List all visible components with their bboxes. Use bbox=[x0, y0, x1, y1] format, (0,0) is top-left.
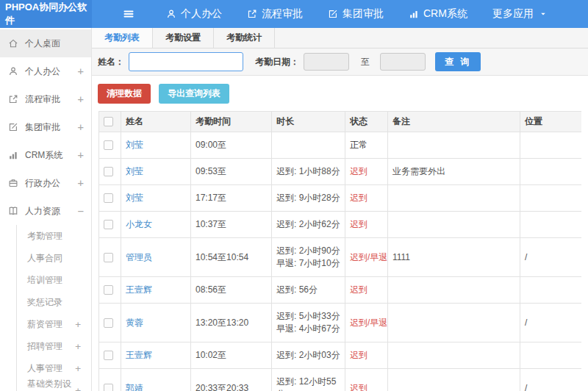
sidebar-item-label: 流程审批 bbox=[25, 93, 60, 106]
search-button[interactable]: 查 询 bbox=[435, 52, 481, 71]
topnav-item-group-approval[interactable]: 集团审批 bbox=[315, 0, 396, 28]
sidebar-subitem-personnel-contract[interactable]: 人事合同 bbox=[17, 247, 91, 269]
attendance-time-cell: 10:02至 bbox=[191, 342, 272, 369]
row-checkbox[interactable] bbox=[104, 253, 113, 262]
duration-cell: 迟到: 5小时33分早退: 4小时67分 bbox=[272, 304, 345, 342]
menu-toggle-button[interactable] bbox=[123, 8, 135, 20]
expand-plus-icon[interactable]: + bbox=[78, 65, 84, 77]
select-all-checkbox[interactable] bbox=[104, 117, 113, 126]
location-cell bbox=[520, 159, 582, 185]
location-cell bbox=[520, 277, 582, 304]
sidebar-subitem-label: 基础类别设置 bbox=[27, 378, 75, 391]
app-window: PHPOA协同办公软件 个人办公流程审批集团审批CRM系统更多应用 个人桌面个人… bbox=[0, 0, 588, 391]
table-row: 小龙女10:37至迟到: 2小时62分迟到 bbox=[99, 212, 582, 238]
employee-name-link[interactable]: 小龙女 bbox=[126, 219, 152, 229]
sidebar-subitem-salary-management[interactable]: 薪资管理+ bbox=[17, 313, 91, 335]
duration-line: 迟到: 2小时62分 bbox=[276, 218, 340, 231]
topnav-item-crm[interactable]: CRM系统 bbox=[396, 0, 480, 28]
row-checkbox[interactable] bbox=[104, 167, 113, 176]
topnav-item-label: 集团审批 bbox=[343, 7, 384, 21]
column-header: 位置 bbox=[520, 112, 582, 132]
tab-label: 考勤设置 bbox=[165, 32, 201, 44]
expand-plus-icon[interactable]: + bbox=[78, 121, 84, 133]
employee-name-link[interactable]: 刘莹 bbox=[126, 140, 143, 150]
topnav-item-personal-office[interactable]: 个人办公 bbox=[154, 0, 234, 28]
column-header: 状态 bbox=[345, 112, 388, 132]
sidebar-subitem-attendance-management[interactable]: 考勤管理 bbox=[17, 225, 91, 247]
sidebar-subitem-label: 考勤管理 bbox=[27, 230, 62, 243]
location-cell: / bbox=[520, 238, 582, 277]
sidebar-subitem-basic-category-settings[interactable]: 基础类别设置+ bbox=[17, 379, 91, 391]
employee-name-link[interactable]: 王壹辉 bbox=[126, 350, 152, 360]
sidebar-item-crm[interactable]: CRM系统+ bbox=[0, 141, 91, 169]
action-bar: 清理数据 导出查询列表 bbox=[92, 76, 588, 111]
sidebar-subitem-reward-punishment[interactable]: 奖惩记录 bbox=[17, 291, 91, 313]
employee-name-link[interactable]: 郭靖 bbox=[126, 383, 143, 391]
expand-plus-icon[interactable]: + bbox=[78, 177, 84, 189]
sidebar-subitem-recruitment-management[interactable]: 招聘管理+ bbox=[17, 335, 91, 357]
sidebar-item-personal-office[interactable]: 个人办公+ bbox=[0, 57, 91, 85]
duration-line: 迟到: 2小时90分 bbox=[276, 245, 340, 257]
duration-cell: 迟到: 56分 bbox=[272, 277, 345, 304]
sidebar-item-hr[interactable]: 人力资源− bbox=[0, 197, 91, 225]
sidebar-item-group-approval[interactable]: 集团审批+ bbox=[0, 113, 91, 141]
app-logo: PHPOA协同办公软件 bbox=[0, 0, 92, 28]
export-list-button[interactable]: 导出查询列表 bbox=[159, 84, 229, 104]
sidebar-subitem-label: 奖惩记录 bbox=[27, 296, 62, 309]
table-row: 王壹辉10:02至迟到: 2小时03分迟到 bbox=[99, 342, 582, 369]
topnav-item-label: 个人办公 bbox=[181, 7, 222, 21]
location-cell: / bbox=[520, 304, 582, 342]
row-checkbox[interactable] bbox=[104, 140, 113, 150]
row-checkbox[interactable] bbox=[104, 193, 113, 203]
sidebar-subitem-label: 人事合同 bbox=[27, 252, 62, 265]
employee-name-link[interactable]: 管理员 bbox=[126, 252, 152, 262]
sidebar-submenu-hr: 考勤管理人事合同培训管理奖惩记录薪资管理+招聘管理+人事管理+基础类别设置+ bbox=[16, 225, 91, 391]
date-from-input[interactable] bbox=[304, 53, 349, 71]
date-to-input[interactable] bbox=[380, 53, 426, 71]
sidebar-item-admin-office[interactable]: 行政办公+ bbox=[0, 169, 91, 197]
column-header: 时长 bbox=[272, 112, 345, 132]
status-badge: 迟到 bbox=[350, 193, 368, 203]
sidebar-item-label: 个人桌面 bbox=[25, 37, 60, 50]
employee-name-link[interactable]: 刘莹 bbox=[126, 193, 143, 203]
edit-icon bbox=[328, 9, 338, 19]
note-cell bbox=[388, 304, 520, 342]
collapse-minus-icon[interactable]: − bbox=[78, 205, 84, 217]
employee-name-link[interactable]: 黄蓉 bbox=[126, 318, 143, 328]
row-checkbox[interactable] bbox=[104, 384, 113, 391]
tab-attendance-list[interactable]: 考勤列表 bbox=[92, 28, 153, 48]
name-filter-input[interactable] bbox=[129, 52, 243, 71]
expand-plus-icon[interactable]: + bbox=[75, 385, 81, 391]
sidebar-subitem-label: 薪资管理 bbox=[27, 318, 62, 331]
chart-icon bbox=[8, 150, 19, 160]
location-cell bbox=[520, 342, 582, 369]
row-checkbox[interactable] bbox=[104, 351, 113, 360]
table-row: 王壹辉08:56至迟到: 56分迟到 bbox=[99, 277, 582, 304]
tab-attendance-settings[interactable]: 考勤设置 bbox=[153, 28, 214, 48]
top-bar: PHPOA协同办公软件 个人办公流程审批集团审批CRM系统更多应用 bbox=[0, 0, 588, 28]
employee-name-link[interactable]: 王壹辉 bbox=[126, 284, 152, 295]
row-checkbox[interactable] bbox=[104, 318, 113, 328]
topnav-item-workflow-approval[interactable]: 流程审批 bbox=[234, 0, 315, 28]
sidebar-subitem-training-management[interactable]: 培训管理 bbox=[17, 269, 91, 291]
employee-name-link[interactable]: 刘莹 bbox=[126, 166, 143, 176]
filter-bar: 姓名： 考勤日期： 至 查 询 bbox=[92, 49, 588, 76]
expand-plus-icon[interactable]: + bbox=[75, 319, 81, 330]
sidebar-item-label: 集团审批 bbox=[25, 121, 60, 134]
row-checkbox[interactable] bbox=[104, 285, 113, 295]
table-row: 管理员10:54至10:54迟到: 2小时90分早退: 7小时10分迟到/早退1… bbox=[99, 238, 582, 277]
expand-plus-icon[interactable]: + bbox=[75, 341, 81, 352]
expand-plus-icon[interactable]: + bbox=[78, 93, 84, 105]
duration-line: 迟到: 56分 bbox=[276, 284, 340, 296]
expand-plus-icon[interactable]: + bbox=[78, 149, 84, 161]
topnav-item-more-apps[interactable]: 更多应用 bbox=[480, 0, 559, 28]
row-checkbox[interactable] bbox=[104, 220, 113, 229]
note-cell bbox=[388, 277, 520, 304]
duration-cell: 迟到: 2小时62分 bbox=[272, 212, 345, 238]
tab-attendance-statistics[interactable]: 考勤统计 bbox=[214, 28, 275, 48]
expand-plus-icon[interactable]: + bbox=[75, 363, 81, 374]
clean-data-button[interactable]: 清理数据 bbox=[98, 84, 151, 104]
sidebar-item-workflow-approval[interactable]: 流程审批+ bbox=[0, 85, 91, 113]
sidebar-subitem-personnel-management[interactable]: 人事管理+ bbox=[17, 357, 91, 379]
sidebar-item-personal-desktop[interactable]: 个人桌面 bbox=[0, 29, 91, 57]
